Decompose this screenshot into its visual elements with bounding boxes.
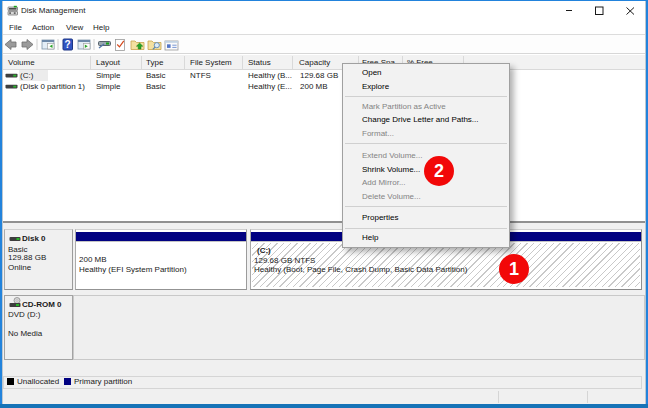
svg-text:?: ?: [64, 39, 70, 50]
